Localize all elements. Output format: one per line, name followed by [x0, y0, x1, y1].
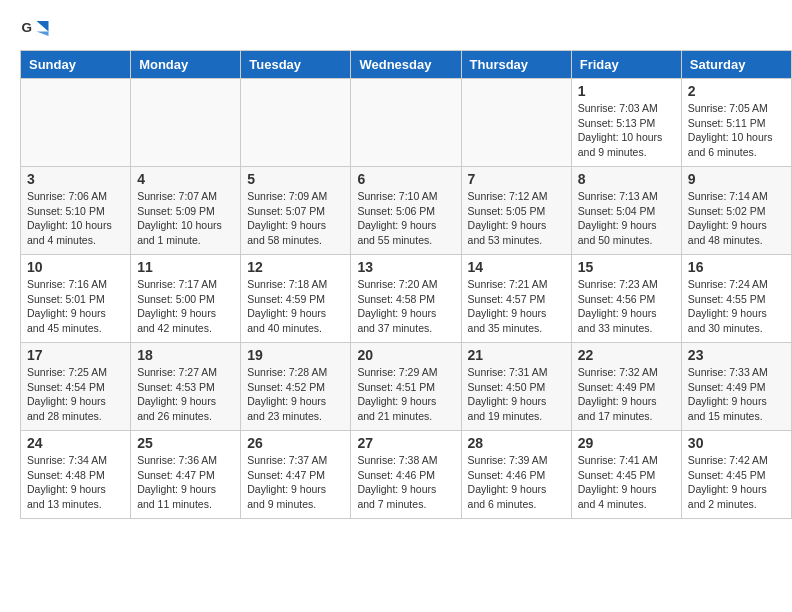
day-number: 1 [578, 83, 675, 99]
day-info: Sunrise: 7:21 AM Sunset: 4:57 PM Dayligh… [468, 277, 565, 336]
day-info: Sunrise: 7:32 AM Sunset: 4:49 PM Dayligh… [578, 365, 675, 424]
day-number: 18 [137, 347, 234, 363]
day-cell: 3Sunrise: 7:06 AM Sunset: 5:10 PM Daylig… [21, 167, 131, 255]
day-cell [241, 79, 351, 167]
day-cell: 11Sunrise: 7:17 AM Sunset: 5:00 PM Dayli… [131, 255, 241, 343]
day-cell: 4Sunrise: 7:07 AM Sunset: 5:09 PM Daylig… [131, 167, 241, 255]
day-header-tuesday: Tuesday [241, 51, 351, 79]
calendar-wrapper: SundayMondayTuesdayWednesdayThursdayFrid… [0, 50, 792, 529]
header-row: SundayMondayTuesdayWednesdayThursdayFrid… [21, 51, 792, 79]
day-cell [21, 79, 131, 167]
day-cell: 8Sunrise: 7:13 AM Sunset: 5:04 PM Daylig… [571, 167, 681, 255]
header: G [0, 0, 792, 50]
day-cell: 17Sunrise: 7:25 AM Sunset: 4:54 PM Dayli… [21, 343, 131, 431]
day-cell: 19Sunrise: 7:28 AM Sunset: 4:52 PM Dayli… [241, 343, 351, 431]
day-cell: 6Sunrise: 7:10 AM Sunset: 5:06 PM Daylig… [351, 167, 461, 255]
day-number: 11 [137, 259, 234, 275]
day-cell: 24Sunrise: 7:34 AM Sunset: 4:48 PM Dayli… [21, 431, 131, 519]
day-info: Sunrise: 7:37 AM Sunset: 4:47 PM Dayligh… [247, 453, 344, 512]
day-info: Sunrise: 7:07 AM Sunset: 5:09 PM Dayligh… [137, 189, 234, 248]
svg-text:G: G [22, 20, 33, 35]
day-header-monday: Monday [131, 51, 241, 79]
day-cell: 2Sunrise: 7:05 AM Sunset: 5:11 PM Daylig… [681, 79, 791, 167]
day-number: 21 [468, 347, 565, 363]
day-cell: 18Sunrise: 7:27 AM Sunset: 4:53 PM Dayli… [131, 343, 241, 431]
day-cell: 5Sunrise: 7:09 AM Sunset: 5:07 PM Daylig… [241, 167, 351, 255]
day-info: Sunrise: 7:33 AM Sunset: 4:49 PM Dayligh… [688, 365, 785, 424]
day-cell: 25Sunrise: 7:36 AM Sunset: 4:47 PM Dayli… [131, 431, 241, 519]
day-number: 10 [27, 259, 124, 275]
day-cell: 1Sunrise: 7:03 AM Sunset: 5:13 PM Daylig… [571, 79, 681, 167]
day-info: Sunrise: 7:42 AM Sunset: 4:45 PM Dayligh… [688, 453, 785, 512]
svg-marker-1 [37, 21, 49, 32]
day-number: 19 [247, 347, 344, 363]
day-info: Sunrise: 7:31 AM Sunset: 4:50 PM Dayligh… [468, 365, 565, 424]
day-header-saturday: Saturday [681, 51, 791, 79]
calendar-table: SundayMondayTuesdayWednesdayThursdayFrid… [20, 50, 792, 519]
day-cell: 15Sunrise: 7:23 AM Sunset: 4:56 PM Dayli… [571, 255, 681, 343]
day-number: 25 [137, 435, 234, 451]
day-number: 14 [468, 259, 565, 275]
day-cell: 7Sunrise: 7:12 AM Sunset: 5:05 PM Daylig… [461, 167, 571, 255]
day-cell: 22Sunrise: 7:32 AM Sunset: 4:49 PM Dayli… [571, 343, 681, 431]
day-number: 7 [468, 171, 565, 187]
day-header-thursday: Thursday [461, 51, 571, 79]
day-cell: 21Sunrise: 7:31 AM Sunset: 4:50 PM Dayli… [461, 343, 571, 431]
day-cell: 13Sunrise: 7:20 AM Sunset: 4:58 PM Dayli… [351, 255, 461, 343]
day-number: 12 [247, 259, 344, 275]
day-header-wednesday: Wednesday [351, 51, 461, 79]
day-number: 2 [688, 83, 785, 99]
day-number: 29 [578, 435, 675, 451]
day-info: Sunrise: 7:17 AM Sunset: 5:00 PM Dayligh… [137, 277, 234, 336]
day-cell: 27Sunrise: 7:38 AM Sunset: 4:46 PM Dayli… [351, 431, 461, 519]
day-info: Sunrise: 7:05 AM Sunset: 5:11 PM Dayligh… [688, 101, 785, 160]
day-cell: 26Sunrise: 7:37 AM Sunset: 4:47 PM Dayli… [241, 431, 351, 519]
day-info: Sunrise: 7:25 AM Sunset: 4:54 PM Dayligh… [27, 365, 124, 424]
logo: G [20, 15, 52, 45]
day-number: 28 [468, 435, 565, 451]
day-number: 3 [27, 171, 124, 187]
day-info: Sunrise: 7:09 AM Sunset: 5:07 PM Dayligh… [247, 189, 344, 248]
day-number: 6 [357, 171, 454, 187]
day-cell: 28Sunrise: 7:39 AM Sunset: 4:46 PM Dayli… [461, 431, 571, 519]
day-cell: 29Sunrise: 7:41 AM Sunset: 4:45 PM Dayli… [571, 431, 681, 519]
day-number: 9 [688, 171, 785, 187]
day-number: 4 [137, 171, 234, 187]
day-number: 22 [578, 347, 675, 363]
day-cell [131, 79, 241, 167]
day-cell: 16Sunrise: 7:24 AM Sunset: 4:55 PM Dayli… [681, 255, 791, 343]
calendar-header: SundayMondayTuesdayWednesdayThursdayFrid… [21, 51, 792, 79]
day-info: Sunrise: 7:23 AM Sunset: 4:56 PM Dayligh… [578, 277, 675, 336]
day-info: Sunrise: 7:34 AM Sunset: 4:48 PM Dayligh… [27, 453, 124, 512]
day-cell: 30Sunrise: 7:42 AM Sunset: 4:45 PM Dayli… [681, 431, 791, 519]
day-info: Sunrise: 7:28 AM Sunset: 4:52 PM Dayligh… [247, 365, 344, 424]
day-number: 5 [247, 171, 344, 187]
day-number: 26 [247, 435, 344, 451]
day-header-sunday: Sunday [21, 51, 131, 79]
day-info: Sunrise: 7:06 AM Sunset: 5:10 PM Dayligh… [27, 189, 124, 248]
day-number: 27 [357, 435, 454, 451]
day-number: 8 [578, 171, 675, 187]
day-number: 16 [688, 259, 785, 275]
week-row-5: 24Sunrise: 7:34 AM Sunset: 4:48 PM Dayli… [21, 431, 792, 519]
day-number: 17 [27, 347, 124, 363]
day-info: Sunrise: 7:27 AM Sunset: 4:53 PM Dayligh… [137, 365, 234, 424]
day-cell: 10Sunrise: 7:16 AM Sunset: 5:01 PM Dayli… [21, 255, 131, 343]
day-info: Sunrise: 7:41 AM Sunset: 4:45 PM Dayligh… [578, 453, 675, 512]
day-header-friday: Friday [571, 51, 681, 79]
day-number: 23 [688, 347, 785, 363]
day-cell: 14Sunrise: 7:21 AM Sunset: 4:57 PM Dayli… [461, 255, 571, 343]
calendar-body: 1Sunrise: 7:03 AM Sunset: 5:13 PM Daylig… [21, 79, 792, 519]
day-info: Sunrise: 7:24 AM Sunset: 4:55 PM Dayligh… [688, 277, 785, 336]
day-info: Sunrise: 7:13 AM Sunset: 5:04 PM Dayligh… [578, 189, 675, 248]
week-row-3: 10Sunrise: 7:16 AM Sunset: 5:01 PM Dayli… [21, 255, 792, 343]
day-info: Sunrise: 7:12 AM Sunset: 5:05 PM Dayligh… [468, 189, 565, 248]
day-cell: 12Sunrise: 7:18 AM Sunset: 4:59 PM Dayli… [241, 255, 351, 343]
day-info: Sunrise: 7:38 AM Sunset: 4:46 PM Dayligh… [357, 453, 454, 512]
svg-marker-2 [37, 32, 49, 37]
day-info: Sunrise: 7:14 AM Sunset: 5:02 PM Dayligh… [688, 189, 785, 248]
week-row-1: 1Sunrise: 7:03 AM Sunset: 5:13 PM Daylig… [21, 79, 792, 167]
day-number: 15 [578, 259, 675, 275]
day-info: Sunrise: 7:03 AM Sunset: 5:13 PM Dayligh… [578, 101, 675, 160]
day-cell: 23Sunrise: 7:33 AM Sunset: 4:49 PM Dayli… [681, 343, 791, 431]
